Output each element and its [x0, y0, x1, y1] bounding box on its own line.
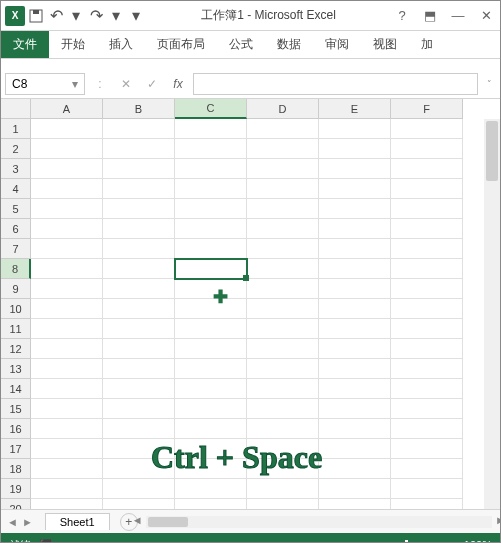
col-header-d[interactable]: D — [247, 99, 319, 119]
cell[interactable] — [31, 119, 103, 139]
cell[interactable] — [391, 199, 463, 219]
cell[interactable] — [247, 119, 319, 139]
cell[interactable] — [31, 199, 103, 219]
cell[interactable] — [247, 259, 319, 279]
cell[interactable] — [103, 459, 175, 479]
cell[interactable] — [31, 259, 103, 279]
cell[interactable] — [247, 499, 319, 509]
cell[interactable] — [175, 399, 247, 419]
cell[interactable] — [319, 359, 391, 379]
cell[interactable] — [391, 459, 463, 479]
cell[interactable] — [391, 319, 463, 339]
cell[interactable] — [175, 219, 247, 239]
cell[interactable] — [319, 159, 391, 179]
cell[interactable] — [247, 219, 319, 239]
row-header[interactable]: 1 — [1, 119, 31, 139]
row-header[interactable]: 20 — [1, 499, 31, 509]
cell[interactable] — [103, 119, 175, 139]
row-header[interactable]: 18 — [1, 459, 31, 479]
row-header[interactable]: 2 — [1, 139, 31, 159]
name-box-dropdown-icon[interactable]: ▾ — [72, 77, 78, 91]
cell[interactable] — [175, 139, 247, 159]
cell[interactable] — [175, 179, 247, 199]
tab-more[interactable]: 加 — [409, 31, 445, 58]
cell[interactable] — [31, 399, 103, 419]
cell[interactable] — [247, 439, 319, 459]
cell[interactable] — [31, 439, 103, 459]
cell[interactable] — [103, 399, 175, 419]
vertical-scrollbar[interactable] — [484, 119, 500, 509]
cell[interactable] — [391, 479, 463, 499]
cell[interactable] — [175, 299, 247, 319]
cell[interactable] — [391, 259, 463, 279]
col-header-c[interactable]: C — [175, 99, 247, 119]
sheet-tab-sheet1[interactable]: Sheet1 — [45, 513, 110, 530]
help-button[interactable]: ? — [392, 8, 412, 23]
view-page-break-button[interactable]: ▤ — [327, 537, 345, 543]
cell[interactable] — [247, 139, 319, 159]
cell[interactable] — [319, 459, 391, 479]
cell[interactable] — [31, 339, 103, 359]
redo-icon[interactable]: ↷ — [87, 7, 105, 25]
cell[interactable] — [31, 179, 103, 199]
cell[interactable] — [319, 319, 391, 339]
view-normal-button[interactable]: ▦ — [275, 537, 293, 543]
horizontal-scrollbar[interactable]: ◄ ► — [146, 516, 492, 528]
cell[interactable] — [391, 399, 463, 419]
cell[interactable] — [319, 439, 391, 459]
cell[interactable] — [103, 259, 175, 279]
cell[interactable] — [247, 359, 319, 379]
cell[interactable] — [31, 479, 103, 499]
cell[interactable] — [391, 219, 463, 239]
cell[interactable] — [103, 319, 175, 339]
cell[interactable] — [103, 479, 175, 499]
cell[interactable] — [319, 259, 391, 279]
cell[interactable] — [103, 179, 175, 199]
tab-view[interactable]: 视图 — [361, 31, 409, 58]
cancel-formula-button[interactable]: ✕ — [115, 73, 137, 95]
cell[interactable] — [31, 139, 103, 159]
cell[interactable] — [319, 139, 391, 159]
tab-home[interactable]: 开始 — [49, 31, 97, 58]
cell[interactable] — [391, 499, 463, 509]
cell[interactable] — [319, 279, 391, 299]
cell[interactable] — [175, 459, 247, 479]
cell[interactable] — [31, 239, 103, 259]
name-box[interactable]: C8 ▾ — [5, 73, 85, 95]
row-header[interactable]: 13 — [1, 359, 31, 379]
cell[interactable] — [31, 219, 103, 239]
cell[interactable] — [103, 139, 175, 159]
cell[interactable] — [391, 359, 463, 379]
row-header[interactable]: 4 — [1, 179, 31, 199]
cell[interactable] — [31, 379, 103, 399]
zoom-in-button[interactable]: + — [451, 539, 457, 543]
row-header[interactable]: 5 — [1, 199, 31, 219]
cell[interactable] — [103, 199, 175, 219]
row-header[interactable]: 6 — [1, 219, 31, 239]
cell[interactable] — [247, 159, 319, 179]
col-header-b[interactable]: B — [103, 99, 175, 119]
cell[interactable] — [31, 159, 103, 179]
tab-file[interactable]: 文件 — [1, 31, 49, 58]
cell[interactable] — [31, 299, 103, 319]
tab-formulas[interactable]: 公式 — [217, 31, 265, 58]
close-button[interactable]: ✕ — [476, 8, 496, 23]
cell[interactable] — [319, 239, 391, 259]
col-header-f[interactable]: F — [391, 99, 463, 119]
row-header[interactable]: 12 — [1, 339, 31, 359]
qat-dropdown-icon-2[interactable]: ▾ — [107, 7, 125, 25]
cell[interactable] — [247, 239, 319, 259]
row-header[interactable]: 8 — [1, 259, 31, 279]
cell[interactable] — [247, 459, 319, 479]
cell[interactable] — [319, 499, 391, 509]
cell[interactable] — [247, 179, 319, 199]
cell[interactable] — [31, 419, 103, 439]
cell[interactable] — [31, 359, 103, 379]
undo-icon[interactable]: ↶ — [47, 7, 65, 25]
cell[interactable] — [175, 359, 247, 379]
macro-record-icon[interactable]: ⬛ — [39, 539, 53, 544]
cell[interactable] — [391, 439, 463, 459]
cell[interactable] — [103, 159, 175, 179]
cell[interactable] — [175, 239, 247, 259]
scrollbar-thumb[interactable] — [486, 121, 498, 181]
